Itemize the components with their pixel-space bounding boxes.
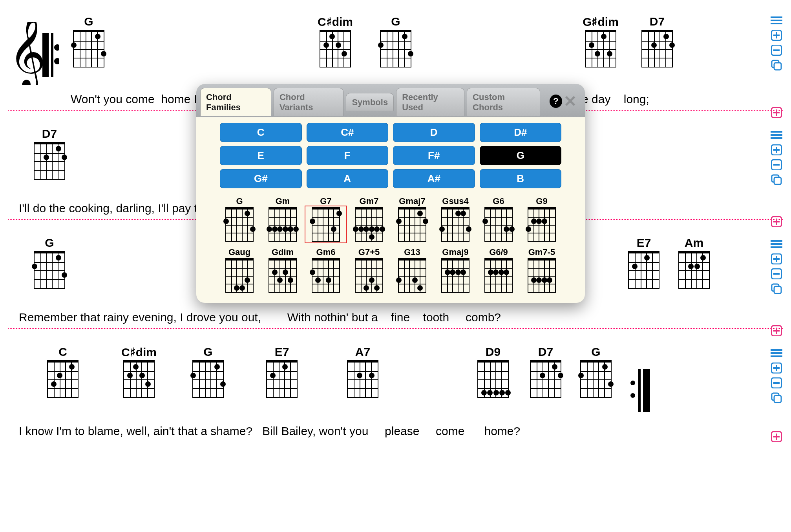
drag-handle-icon[interactable] — [770, 347, 783, 359]
svg-rect-44 — [771, 349, 782, 351]
chord-E7[interactable]: E7 — [626, 236, 662, 289]
chord-G[interactable]: G — [31, 236, 68, 289]
svg-rect-10 — [773, 35, 780, 36]
svg-rect-31 — [771, 240, 782, 242]
close-icon[interactable]: ✕ — [562, 92, 579, 110]
remove-line-button[interactable] — [770, 377, 783, 389]
add-section-button[interactable] — [770, 107, 783, 118]
root-F[interactable]: F — [307, 146, 389, 165]
copy-line-button[interactable] — [770, 173, 783, 186]
svg-text:𝄞: 𝄞 — [12, 22, 46, 85]
svg-rect-51 — [773, 382, 780, 384]
drag-handle-icon[interactable] — [770, 129, 783, 141]
svg-rect-32 — [771, 243, 782, 245]
svg-rect-43 — [773, 330, 780, 332]
lyrics[interactable]: I know I'm to blame, well, ain't that a … — [19, 425, 760, 438]
root-E[interactable]: E — [220, 146, 302, 165]
family-G13[interactable]: G13 — [393, 247, 432, 293]
tab-recently-used[interactable]: Recently Used — [396, 88, 464, 116]
root-C[interactable]: C — [220, 123, 302, 142]
root-Asharp[interactable]: A# — [393, 169, 475, 188]
family-G6[interactable]: G6 — [479, 196, 518, 242]
add-line-button[interactable] — [770, 29, 783, 42]
family-G75[interactable]: G7+5 — [349, 247, 389, 293]
chord-D7[interactable]: D7 — [639, 15, 675, 67]
chord-C[interactable]: C — [45, 345, 81, 398]
family-Gm6[interactable]: Gm6 — [306, 247, 345, 293]
family-Gm75[interactable]: Gm7-5 — [522, 247, 561, 293]
family-Gm7[interactable]: Gm7 — [349, 196, 389, 242]
chord-Gsharpdim[interactable]: G♯dim — [583, 15, 619, 67]
svg-rect-19 — [771, 134, 782, 136]
family-Gmaj9[interactable]: Gmaj9 — [436, 247, 475, 293]
add-section-button[interactable] — [770, 325, 783, 337]
family-Gsus4[interactable]: Gsus4 — [436, 196, 475, 242]
copy-line-button[interactable] — [770, 59, 783, 71]
svg-rect-38 — [773, 273, 780, 275]
repeat-end-symbol — [628, 362, 650, 412]
remove-line-button[interactable] — [770, 159, 783, 171]
chord-D7[interactable]: D7 — [528, 345, 564, 398]
chord-G[interactable]: G — [190, 345, 226, 398]
family-Gmaj7[interactable]: Gmaj7 — [393, 196, 432, 242]
chord-G[interactable]: G — [71, 15, 107, 67]
tab-chord-families[interactable]: Chord Families — [200, 88, 271, 116]
family-Gdim[interactable]: Gdim — [263, 247, 302, 293]
svg-rect-2 — [51, 33, 53, 77]
lyrics[interactable]: Remember that rainy evening, I drove you… — [19, 311, 760, 324]
svg-rect-27 — [774, 177, 781, 184]
line-controls — [770, 129, 783, 186]
chord-Am[interactable]: Am — [676, 236, 712, 289]
chord-G[interactable]: G — [578, 345, 614, 398]
drag-handle-icon[interactable] — [770, 14, 783, 27]
family-G69[interactable]: G6/9 — [479, 247, 518, 293]
add-section-button[interactable] — [770, 216, 783, 228]
chord-G-2[interactable]: G — [378, 15, 414, 67]
root-G[interactable]: G — [480, 146, 562, 165]
chord-E7[interactable]: E7 — [264, 345, 300, 398]
chord-picker-modal: Chord Families Chord Variants Symbols Re… — [196, 84, 585, 303]
chord-Csharpdim[interactable]: C♯dim — [317, 15, 353, 67]
root-D[interactable]: D — [393, 123, 475, 142]
family-Gaug[interactable]: Gaug — [220, 247, 259, 293]
svg-rect-14 — [774, 63, 781, 70]
tab-chord-variants[interactable]: Chord Variants — [274, 88, 344, 116]
root-Gsharp[interactable]: G# — [220, 169, 302, 188]
family-G9[interactable]: G9 — [522, 196, 561, 242]
root-B[interactable]: B — [480, 169, 562, 188]
remove-line-button[interactable] — [770, 44, 783, 56]
family-G[interactable]: G — [220, 196, 259, 242]
svg-rect-18 — [771, 131, 782, 133]
drag-handle-icon[interactable] — [770, 238, 783, 250]
tab-custom-chords[interactable]: Custom Chords — [467, 88, 540, 116]
copy-line-button[interactable] — [770, 282, 783, 295]
root-Csharp[interactable]: C# — [307, 123, 389, 142]
chord-A7[interactable]: A7 — [345, 345, 381, 398]
add-line-button[interactable] — [770, 253, 783, 265]
help-button[interactable]: ? — [550, 95, 562, 108]
root-Dsharp[interactable]: D# — [480, 123, 562, 142]
family-G7[interactable]: G7 — [306, 196, 345, 242]
remove-line-button[interactable] — [770, 268, 783, 280]
line-controls — [770, 347, 783, 404]
chord-D7[interactable]: D7 — [31, 127, 68, 180]
family-Gm[interactable]: Gm — [263, 196, 302, 242]
svg-rect-33 — [771, 246, 782, 248]
svg-rect-46 — [771, 355, 782, 357]
copy-line-button[interactable] — [770, 392, 783, 404]
svg-rect-6 — [771, 20, 782, 21]
tab-symbols[interactable]: Symbols — [346, 93, 394, 111]
svg-rect-1 — [42, 33, 49, 77]
root-Fsharp[interactable]: F# — [393, 146, 475, 165]
chord-D9[interactable]: D9 — [475, 345, 511, 398]
add-section-button[interactable] — [770, 431, 783, 443]
clef-repeat-start: 𝄞 — [19, 22, 52, 85]
add-line-button[interactable] — [770, 362, 783, 374]
sheet-line: C C♯dim G E7 A7 — [8, 341, 783, 442]
svg-rect-40 — [774, 286, 781, 293]
chord-Csharpdim[interactable]: C♯dim — [121, 345, 157, 398]
root-A[interactable]: A — [307, 169, 389, 188]
svg-rect-49 — [773, 367, 780, 369]
add-line-button[interactable] — [770, 144, 783, 156]
line-controls — [770, 14, 783, 71]
